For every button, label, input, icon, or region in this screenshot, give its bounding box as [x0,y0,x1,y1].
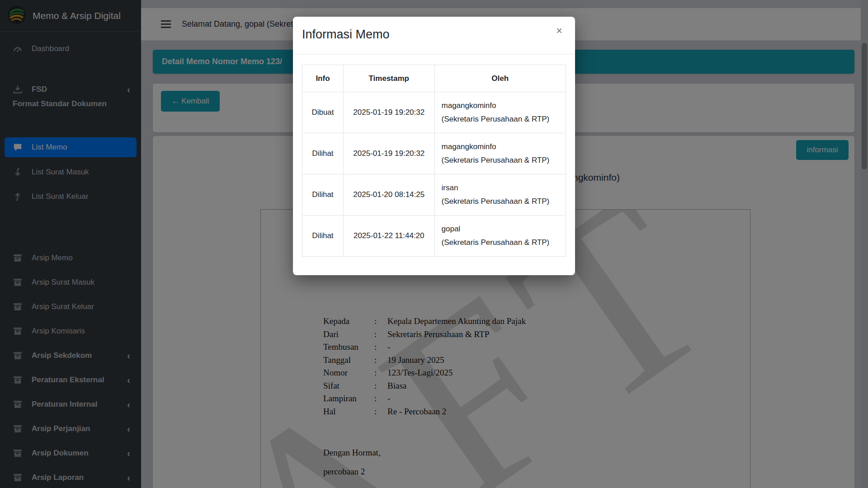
modal-title: Informasi Memo [302,28,390,42]
memo-info-table: Info Timestamp Oleh Dibuat 2025-01-19 19… [302,65,566,257]
close-icon[interactable]: × [553,24,565,38]
column-header-oleh: Oleh [434,65,566,92]
column-header-timestamp: Timestamp [343,65,434,92]
table-row: Dibuat 2025-01-19 19:20:32 magangkominfo… [302,92,566,133]
informasi-memo-modal: Informasi Memo × Info Timestamp Oleh Dib… [293,17,575,275]
table-header-row: Info Timestamp Oleh [302,65,566,92]
column-header-info: Info [302,65,344,92]
table-row: Dilihat 2025-01-20 08:14:25 irsan(Sekret… [302,174,566,216]
modal-body: Info Timestamp Oleh Dibuat 2025-01-19 19… [293,54,575,267]
modal-header: Informasi Memo × [293,17,575,54]
table-row: Dilihat 2025-01-22 11:44:20 gopal(Sekret… [302,216,566,257]
table-row: Dilihat 2025-01-19 19:20:32 magangkominf… [302,133,566,174]
